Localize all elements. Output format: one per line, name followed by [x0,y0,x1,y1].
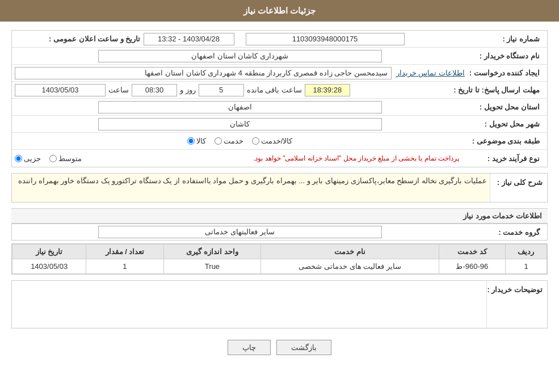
radio-jozvi-label: جزیی [24,154,41,163]
radio-kala[interactable] [187,137,195,145]
tosifat-section: توضیحات خریدار : [11,280,548,328]
page-header: جزئیات اطلاعات نیاز [0,0,559,22]
shomara-niaz-label: شماره نیاز : [465,35,544,43]
col-kod: کد خدمت [439,245,505,259]
radio-jozvi[interactable] [15,155,22,162]
row-ostan: استان محل تحویل : اصفهان [12,99,547,116]
cell-tedad: 1 [86,259,163,274]
radio-kala-item: کالا [187,137,206,145]
sharh-section: شرح کلی نیاز : عملیات بارگیری نخاله ازسط… [11,173,548,203]
radio-motevaset[interactable] [49,155,57,162]
mohlat-time-input: 08:30 [132,84,177,96]
farayand-label: نوع فرآیند خرید : [465,154,544,163]
main-form-section: شماره نیاز : 1103093948000175 1403/04/28… [11,30,548,167]
shahr-label: شهر محل تحویل : [465,120,544,128]
shomara-niaz-value-cell: 1103093948000175 [246,33,465,45]
tabaqe-radio-group: کالا/خدمت خدمت کالا [187,137,293,145]
tosifat-textarea[interactable] [12,281,486,326]
col-nam: نام خدمت [261,245,439,259]
name-dastgah-input: شهرداری کاشان استان اصفهان [98,50,382,62]
radio-kala-khadamat-item: کالا/خدمت [252,137,293,145]
cell-vahed: True [163,259,261,274]
goroh-input: سایر فعالیتهای خدماتی [98,226,382,238]
row-shahr: شهر محل تحویل : کاشان [12,116,547,133]
table-row: 1 960-96-ط سایر فعالیت های خدماتی شخصی T… [12,259,547,274]
row-name-dastgah: نام دستگاه خریدار : شهرداری کاشان استان … [12,48,547,65]
tabaqe-value-cell: کالا/خدمت خدمت کالا [15,137,465,145]
tarikh-aalan-input: 1403/04/28 - 13:32 [144,33,234,45]
cell-tarikh: 1403/05/03 [12,259,86,274]
mohlat-rooz-input: 5 [199,84,244,96]
mohlat-remaining-input: 18:39:28 [305,84,350,96]
col-tarikh: تاریخ نیاز [12,245,86,259]
khadamat-table: ردیف کد خدمت نام خدمت واحد اندازه گیری ت… [12,244,547,274]
cell-kod: 960-96-ط [439,259,505,274]
goroh-value-cell: سایر فعالیتهای خدماتی [15,226,465,238]
content-area: شماره نیاز : 1103093948000175 1403/04/28… [0,22,559,369]
baqi-label: ساعت باقی مانده [247,86,302,94]
ostan-value-cell: اصفهان [15,101,465,113]
row-shomara-tarikh: شماره نیاز : 1103093948000175 1403/04/28… [12,31,547,48]
row-mohlat: مهلت ارسال پاسخ: تا تاریخ : 18:39:28 ساع… [12,82,547,99]
col-tedad: تعداد / مقدار [86,245,163,259]
sharh-label: شرح کلی نیاز : [490,174,547,187]
ostan-input: اصفهان [98,101,382,113]
print-button[interactable]: چاپ [228,340,271,355]
col-radif: ردیف [505,245,547,259]
row-tabaqe: طبقه بندی موضوعی : کالا/خدمت خدمت کالا [12,133,547,150]
row-goroh-khadamat: گروه خدمت : سایر فعالیتهای خدماتی [11,224,548,241]
radio-kala-khadamat-label: کالا/خدمت [261,137,293,145]
mohlat-label: مهلت ارسال پاسخ: تا تاریخ : [453,86,544,94]
khadamat-table-section: ردیف کد خدمت نام خدمت واحد اندازه گیری ت… [11,243,548,275]
radio-jozvi-item: جزیی [15,154,41,163]
name-dastgah-label: نام دستگاه خریدار : [465,52,544,60]
farayand-description: پرداخت تمام یا بخشی از مبلغ خریداز محل "… [87,154,459,162]
ijad-konande-label: ایجاد کننده درخواست : [465,69,544,77]
shahr-input: کاشان [98,118,382,130]
sharh-value: عملیات بارگیری نخاله ازسطح معابر،پاکسازی… [12,174,490,202]
saat-label: ساعت [108,86,129,94]
khadamat-section-title: اطلاعات خدمات مورد نیاز [11,208,548,224]
farayand-value-cell: پرداخت تمام یا بخشی از مبلغ خریداز محل "… [15,154,465,163]
back-button[interactable]: بازگشت [276,340,331,355]
ijad-konande-input: سیدمحسن حاجی زاده قمصری کاربرداز منطقه 4… [15,67,392,79]
shomara-niaz-input: 1103093948000175 [246,33,405,45]
rooz-label: روز و [180,86,196,94]
radio-khadamat-label: خدمت [224,137,243,145]
row-farayand: نوع فرآیند خرید : پرداخت تمام یا بخشی از… [12,150,547,167]
page-title: جزئیات اطلاعات نیاز [243,6,316,15]
radio-motevaset-label: متوسط [58,154,82,163]
tabaqe-label: طبقه بندی موضوعی : [465,137,544,145]
mohlat-value-cell: 18:39:28 ساعت باقی مانده 5 روز و 08:30 س… [15,84,453,96]
col-vahed: واحد اندازه گیری [163,245,261,259]
radio-khadamat-item: خدمت [215,137,243,145]
radio-khadamat[interactable] [215,137,222,145]
name-dastgah-value-cell: شهرداری کاشان استان اصفهان [15,50,465,62]
mohlat-date-input: 1403/05/03 [15,84,106,96]
radio-kala-label: کالا [196,137,206,145]
cell-nam: سایر فعالیت های خدماتی شخصی [261,259,439,274]
radio-motevaset-item: متوسط [49,154,82,163]
cell-radif: 1 [505,259,547,274]
tosifat-label: توضیحات خریدار : [487,281,547,294]
ostan-label: استان محل تحویل : [465,103,544,111]
ijad-konande-value-cell: اطلاعات تماس خریدار سیدمحسن حاجی زاده قم… [15,67,465,79]
tosifat-content [12,281,487,328]
row-ijad-konande: ایجاد کننده درخواست : اطلاعات تماس خریدا… [12,65,547,82]
contact-link[interactable]: اطلاعات تماس خریدار [396,69,465,77]
farayand-radio-group: متوسط جزیی [15,154,82,163]
shahr-value-cell: کاشان [15,118,465,130]
page-wrapper: جزئیات اطلاعات نیاز شماره نیاز : 1103093… [0,0,559,392]
buttons-row: بازگشت چاپ [11,334,548,361]
goroh-label: گروه خدمت : [465,228,544,237]
tarikh-aalan-label: تاریخ و ساعت اعلان عمومی : [49,35,140,43]
radio-kala-khadamat[interactable] [252,137,259,145]
